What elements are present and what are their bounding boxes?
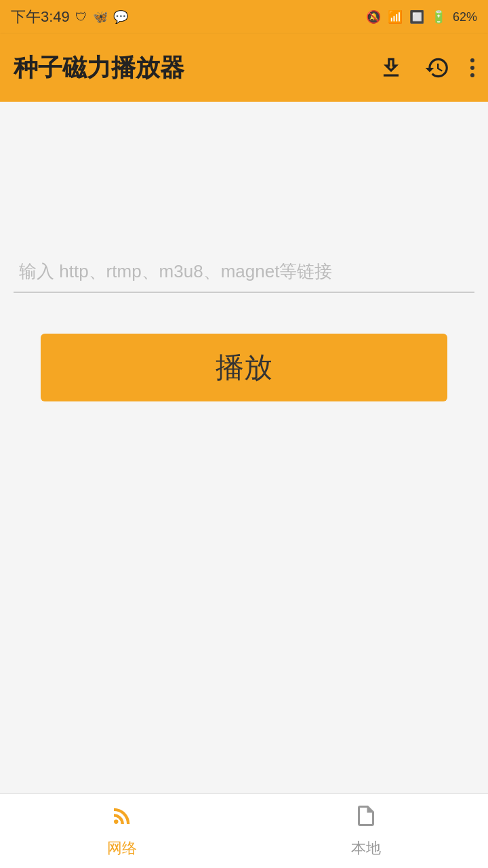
more-options-button[interactable] xyxy=(470,58,474,77)
app-title: 种子磁力播放器 xyxy=(14,52,378,85)
nav-network-label: 网络 xyxy=(107,838,137,859)
play-button[interactable]: 播放 xyxy=(41,334,447,401)
nav-item-network[interactable]: 网络 xyxy=(0,804,244,859)
notification-icon: 🛡 xyxy=(75,10,87,24)
wifi-icon: 📶 xyxy=(388,9,403,24)
url-input-container xyxy=(14,251,474,293)
silent-icon: 🔕 xyxy=(366,9,381,24)
url-input[interactable] xyxy=(14,251,474,292)
rss-icon xyxy=(110,804,134,834)
nav-local-label: 本地 xyxy=(351,838,381,859)
time-display: 下午3:49 xyxy=(11,7,70,27)
app-bar: 种子磁力播放器 xyxy=(0,34,488,102)
status-bar: 下午3:49 🛡 🦋 💬 🔕 📶 🔲 🔋 62% xyxy=(0,0,488,34)
play-button-label: 播放 xyxy=(216,349,272,387)
status-icons: 🔕 📶 🔲 🔋 62% xyxy=(366,9,477,24)
sim-icon: 🔲 xyxy=(409,9,424,24)
app-icon-1: 🦋 xyxy=(93,9,108,24)
battery-icon: 🔋 xyxy=(431,9,446,24)
file-icon xyxy=(354,804,378,834)
bottom-navigation: 网络 本地 xyxy=(0,793,488,868)
main-content: 播放 xyxy=(0,102,488,793)
battery-percentage: 62% xyxy=(453,10,477,24)
nav-item-local[interactable]: 本地 xyxy=(244,804,488,859)
download-button[interactable] xyxy=(378,55,404,81)
status-time: 下午3:49 🛡 🦋 💬 xyxy=(11,7,128,27)
history-button[interactable] xyxy=(424,55,450,81)
app-icon-2: 💬 xyxy=(113,9,128,24)
app-bar-actions xyxy=(378,55,474,81)
